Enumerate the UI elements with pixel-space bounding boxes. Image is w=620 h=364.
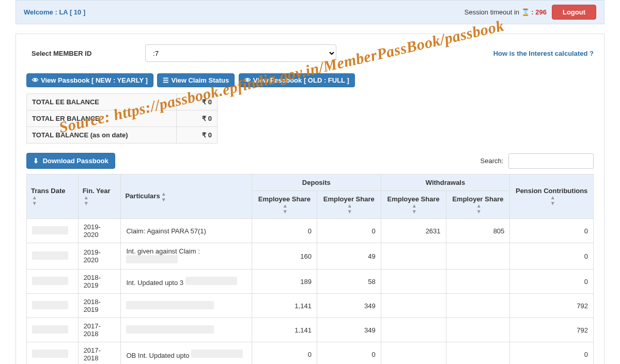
- member-id-label: Select MEMBER ID: [26, 50, 145, 57]
- col-withdrawals-group: Withdrawals: [381, 175, 510, 191]
- cell-dep-er: 349: [317, 294, 381, 318]
- cell-dep-ee: 0: [252, 219, 317, 243]
- cell-trans-date: [27, 294, 79, 318]
- col-dep-employer[interactable]: Employer Share: [317, 191, 381, 219]
- totals-table: TOTAL EE BALANCE₹ 0 TOTAL ER BALANCE₹ 0 …: [26, 93, 218, 144]
- cell-trans-date: [27, 342, 79, 365]
- col-pension[interactable]: Pension Contributions: [510, 175, 594, 219]
- table-row: TOTAL EE BALANCE₹ 0: [27, 94, 218, 110]
- col-deposits-group: Deposits: [252, 175, 381, 191]
- uan-number: [ 10 ]: [70, 8, 85, 16]
- cell-wd-er: [446, 243, 510, 270]
- sort-icon: [475, 203, 483, 214]
- total-balance-value: ₹ 0: [177, 127, 218, 144]
- cell-particulars: [121, 294, 252, 318]
- cell-dep-ee: 160: [252, 243, 317, 270]
- cell-pension: 0: [510, 270, 594, 294]
- cell-wd-er: 805: [446, 219, 510, 243]
- cell-wd-er: [446, 270, 510, 294]
- total-ee-label: TOTAL EE BALANCE: [27, 94, 177, 110]
- logout-button[interactable]: Logout: [552, 5, 596, 20]
- total-er-value: ₹ 0: [177, 110, 218, 127]
- total-balance-label: TOTAL BALANCE (as on date): [27, 127, 177, 144]
- eye-icon: 👁: [32, 76, 39, 84]
- download-passbook-button[interactable]: ⬇ Download Passbook: [26, 153, 115, 169]
- sort-icon: [85, 195, 92, 206]
- cell-pension: 0: [510, 219, 594, 243]
- table-row: 2018-2019Int. Updated upto 3 189580: [27, 270, 594, 294]
- cell-dep-ee: 1,141: [252, 318, 317, 342]
- cell-pension: 0: [510, 342, 594, 365]
- cell-dep-ee: 1,141: [252, 294, 317, 318]
- user-name: LA: [59, 8, 68, 16]
- session-timeout-label: Session timeout in: [464, 8, 521, 16]
- cell-wd-ee: [381, 294, 446, 318]
- cell-fin-year: 2019-2020: [78, 243, 121, 270]
- col-dep-employee[interactable]: Employee Share: [252, 191, 317, 219]
- table-row: 2019-2020Claim: Against PARA 57(1)002631…: [27, 219, 594, 243]
- cell-particulars: OB Int. Updated upto: [121, 342, 252, 365]
- table-row: 2017-20181,141349792: [27, 318, 594, 342]
- cell-trans-date: [27, 270, 79, 294]
- sort-icon: [282, 203, 289, 214]
- interest-calc-link[interactable]: How is the Interest calculated ?: [493, 50, 594, 57]
- session-timeout-value: 296: [535, 8, 547, 16]
- sort-icon: [162, 191, 169, 202]
- table-row: TOTAL ER BALANCE₹ 0: [27, 110, 218, 127]
- eye-icon: 👁: [244, 76, 251, 84]
- cell-particulars: Int. given against Claim :: [121, 243, 252, 270]
- col-fin-year[interactable]: Fin. Year: [78, 175, 121, 219]
- cell-fin-year: 2018-2019: [78, 294, 121, 318]
- total-er-label: TOTAL ER BALANCE: [27, 110, 177, 127]
- cell-fin-year: 2017-2018: [78, 318, 121, 342]
- cell-pension: 792: [510, 318, 594, 342]
- col-trans-date[interactable]: Trans Date: [27, 175, 79, 219]
- sort-icon: [549, 195, 556, 206]
- cell-pension: 792: [510, 294, 594, 318]
- header-bar: Welcome : LA [ 10 ] Session timeout in ⌛…: [16, 0, 605, 24]
- transactions-table: Trans Date Fin. Year Particulars Deposit…: [26, 174, 594, 364]
- cell-dep-ee: 0: [252, 342, 317, 365]
- search-label: Search:: [481, 157, 504, 165]
- cell-wd-er: [446, 342, 510, 365]
- cell-wd-er: [446, 294, 510, 318]
- welcome-label: Welcome :: [24, 8, 59, 16]
- cell-fin-year: 2018-2019: [78, 270, 121, 294]
- cell-wd-ee: [381, 270, 446, 294]
- table-row: 2018-20191,141349792: [27, 294, 594, 318]
- cell-dep-er: 49: [317, 243, 381, 270]
- col-particulars[interactable]: Particulars: [121, 175, 252, 219]
- view-passbook-new-button[interactable]: 👁View Passbook [ NEW : YEARLY ]: [26, 73, 153, 87]
- download-icon: ⬇: [33, 157, 39, 165]
- cell-trans-date: [27, 318, 79, 342]
- cell-wd-er: [446, 318, 510, 342]
- cell-dep-er: 58: [317, 270, 381, 294]
- cell-trans-date: [27, 219, 79, 243]
- cell-fin-year: 2017-2018: [78, 342, 121, 365]
- cell-dep-ee: 189: [252, 270, 317, 294]
- sort-icon: [346, 203, 353, 214]
- cell-wd-ee: [381, 243, 446, 270]
- cell-wd-ee: 2631: [381, 219, 446, 243]
- cell-wd-ee: [381, 342, 446, 365]
- sort-icon: [411, 203, 418, 214]
- table-row: 2017-2018OB Int. Updated upto 000: [27, 342, 594, 365]
- member-id-select[interactable]: :7: [145, 44, 336, 62]
- col-wd-employee[interactable]: Employee Share: [381, 191, 446, 219]
- search-input[interactable]: [508, 153, 594, 169]
- cell-particulars: Int. Updated upto 3: [121, 270, 252, 294]
- cell-pension: 0: [510, 243, 594, 270]
- hourglass-icon: ⌛: [521, 8, 530, 16]
- view-claim-status-button[interactable]: ☰View Claim Status: [157, 73, 235, 87]
- col-wd-employer[interactable]: Employer Share: [446, 191, 510, 219]
- cell-fin-year: 2019-2020: [78, 219, 121, 243]
- cell-trans-date: [27, 243, 79, 270]
- cell-dep-er: 0: [317, 219, 381, 243]
- total-ee-value: ₹ 0: [177, 94, 218, 110]
- view-passbook-old-button[interactable]: 👁View Passbook [ OLD : FULL ]: [239, 73, 355, 87]
- cell-particulars: [121, 318, 252, 342]
- content-box: Select MEMBER ID :7 How is the Interest …: [16, 34, 605, 364]
- table-row: 2019-2020Int. given against Claim : 1604…: [27, 243, 594, 270]
- cell-dep-er: 0: [317, 342, 381, 365]
- list-icon: ☰: [163, 76, 169, 84]
